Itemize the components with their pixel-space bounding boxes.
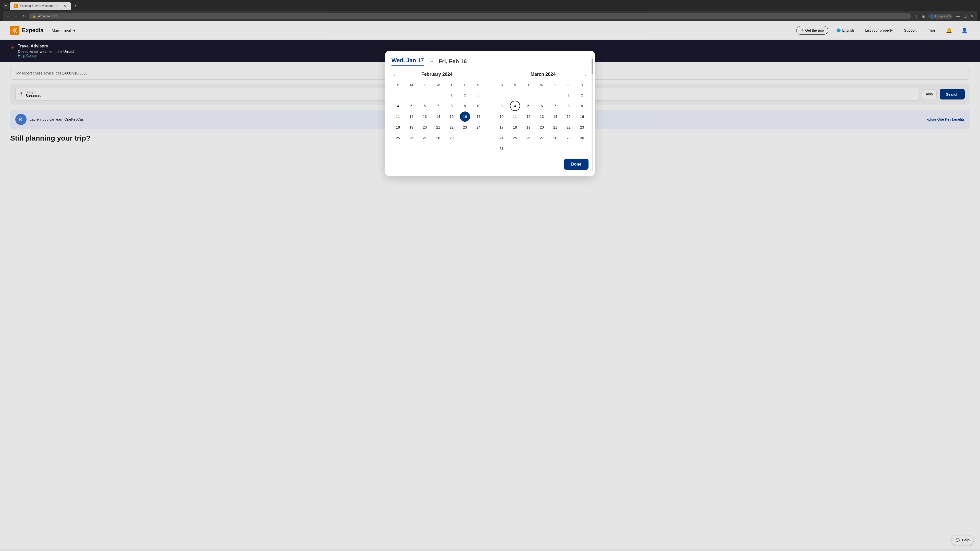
day-cell[interactable]: 14 bbox=[433, 111, 443, 122]
day-cell[interactable]: 27 bbox=[420, 133, 430, 143]
day-cell[interactable]: 12 bbox=[523, 111, 533, 122]
march-calendar: March 2024 › S M T W T F S 1234567891011… bbox=[495, 71, 589, 154]
day-cell[interactable]: 11 bbox=[393, 111, 403, 122]
mar-day-headers: S M T W T F S bbox=[495, 82, 589, 88]
day-cell[interactable]: 18 bbox=[510, 122, 520, 132]
day-cell[interactable]: 20 bbox=[537, 122, 547, 132]
day-header-mt1: T bbox=[522, 82, 535, 88]
day-header-s2: S bbox=[472, 82, 485, 88]
calendar-modal: Wed, Jan 17 → Fri, Feb 16 ‹ February 202… bbox=[385, 51, 595, 176]
day-cell[interactable]: 15 bbox=[563, 111, 574, 122]
day-cell[interactable]: 19 bbox=[523, 122, 533, 132]
day-cell[interactable]: 10 bbox=[496, 111, 507, 122]
day-header-m1: M bbox=[405, 82, 418, 88]
day-cell bbox=[523, 90, 533, 100]
day-cell bbox=[496, 90, 507, 100]
day-cell[interactable]: 23 bbox=[460, 122, 470, 132]
day-cell[interactable]: 3 bbox=[473, 90, 484, 100]
day-header-mw1: W bbox=[535, 82, 549, 88]
day-cell[interactable]: 17 bbox=[473, 111, 484, 122]
day-cell[interactable]: 6 bbox=[420, 101, 430, 111]
day-cell[interactable]: 26 bbox=[523, 133, 533, 143]
day-cell bbox=[393, 90, 403, 100]
day-cell[interactable]: 4 bbox=[393, 101, 403, 111]
day-cell[interactable]: 21 bbox=[433, 122, 443, 132]
calendar-body: ‹ February 2024 S M T W T F S 1234567891… bbox=[391, 71, 589, 154]
day-cell[interactable]: 24 bbox=[473, 122, 484, 132]
day-cell[interactable]: 7 bbox=[550, 101, 560, 111]
day-cell[interactable]: 4 bbox=[510, 101, 520, 111]
day-cell[interactable]: 24 bbox=[496, 133, 507, 143]
february-title: February 2024 bbox=[422, 72, 452, 77]
day-header-t1: T bbox=[418, 82, 431, 88]
day-cell[interactable]: 12 bbox=[406, 111, 417, 122]
day-cell[interactable]: 17 bbox=[496, 122, 507, 132]
day-cell[interactable]: 27 bbox=[537, 133, 547, 143]
day-cell[interactable]: 16 bbox=[460, 111, 470, 122]
day-cell[interactable]: 13 bbox=[537, 111, 547, 122]
day-header-f1: F bbox=[458, 82, 471, 88]
day-cell[interactable]: 20 bbox=[420, 122, 430, 132]
day-cell[interactable]: 15 bbox=[447, 111, 457, 122]
day-cell[interactable]: 22 bbox=[563, 122, 574, 132]
day-cell[interactable]: 5 bbox=[523, 101, 533, 111]
day-cell[interactable]: 28 bbox=[433, 133, 443, 143]
calendar-scrollbar[interactable] bbox=[592, 56, 593, 171]
day-cell[interactable]: 29 bbox=[563, 133, 574, 143]
day-cell bbox=[420, 90, 430, 100]
day-cell[interactable]: 9 bbox=[460, 101, 470, 111]
day-cell[interactable]: 16 bbox=[577, 111, 587, 122]
day-header-mm1: M bbox=[508, 82, 522, 88]
day-cell[interactable]: 26 bbox=[406, 133, 417, 143]
february-header: ‹ February 2024 bbox=[391, 71, 485, 78]
day-cell[interactable]: 10 bbox=[473, 101, 484, 111]
day-cell[interactable]: 28 bbox=[550, 133, 560, 143]
day-cell[interactable]: 14 bbox=[550, 111, 560, 122]
day-cell[interactable]: 25 bbox=[393, 133, 403, 143]
day-cell bbox=[537, 90, 547, 100]
feb-day-grid: 1234567891011121314151617181920212223242… bbox=[391, 90, 485, 143]
day-cell[interactable]: 22 bbox=[447, 122, 457, 132]
day-cell[interactable]: 9 bbox=[577, 101, 587, 111]
day-cell[interactable]: 13 bbox=[420, 111, 430, 122]
prev-month-button[interactable]: ‹ bbox=[391, 71, 397, 78]
calendar-date-to[interactable]: Fri, Feb 16 bbox=[439, 58, 467, 65]
day-cell[interactable]: 23 bbox=[577, 122, 587, 132]
day-cell[interactable]: 29 bbox=[447, 133, 457, 143]
day-cell[interactable]: 21 bbox=[550, 122, 560, 132]
day-header-mf1: F bbox=[562, 82, 575, 88]
day-cell bbox=[550, 90, 560, 100]
march-title: March 2024 bbox=[531, 72, 555, 77]
day-cell[interactable]: 8 bbox=[447, 101, 457, 111]
day-cell bbox=[406, 90, 417, 100]
day-cell[interactable]: 6 bbox=[537, 101, 547, 111]
day-header-w1: W bbox=[431, 82, 445, 88]
day-cell[interactable]: 3 bbox=[496, 101, 507, 111]
day-header-mt2: T bbox=[549, 82, 562, 88]
done-button[interactable]: Done bbox=[564, 159, 589, 170]
day-cell[interactable]: 8 bbox=[563, 101, 574, 111]
calendar-footer: Done bbox=[391, 159, 589, 170]
day-cell[interactable]: 5 bbox=[406, 101, 417, 111]
date-range-arrow: → bbox=[429, 59, 434, 64]
march-header: March 2024 › bbox=[495, 71, 589, 78]
day-cell[interactable]: 18 bbox=[393, 122, 403, 132]
day-cell[interactable]: 1 bbox=[447, 90, 457, 100]
day-cell bbox=[433, 90, 443, 100]
calendar-date-from[interactable]: Wed, Jan 17 bbox=[391, 57, 424, 65]
calendar-overlay: Wed, Jan 17 → Fri, Feb 16 ‹ February 202… bbox=[0, 0, 980, 549]
day-cell[interactable]: 30 bbox=[577, 133, 587, 143]
day-cell[interactable]: 25 bbox=[510, 133, 520, 143]
day-cell[interactable]: 2 bbox=[460, 90, 470, 100]
day-cell[interactable]: 2 bbox=[577, 90, 587, 100]
next-month-button[interactable]: › bbox=[583, 71, 589, 78]
day-header-t2: T bbox=[445, 82, 458, 88]
day-cell[interactable]: 19 bbox=[406, 122, 417, 132]
day-cell[interactable]: 11 bbox=[510, 111, 520, 122]
day-cell[interactable]: 1 bbox=[563, 90, 574, 100]
day-cell bbox=[510, 90, 520, 100]
day-header-ms1: S bbox=[495, 82, 508, 88]
feb-day-headers: S M T W T F S bbox=[391, 82, 485, 88]
day-cell[interactable]: 7 bbox=[433, 101, 443, 111]
day-cell[interactable]: 31 bbox=[496, 144, 507, 154]
